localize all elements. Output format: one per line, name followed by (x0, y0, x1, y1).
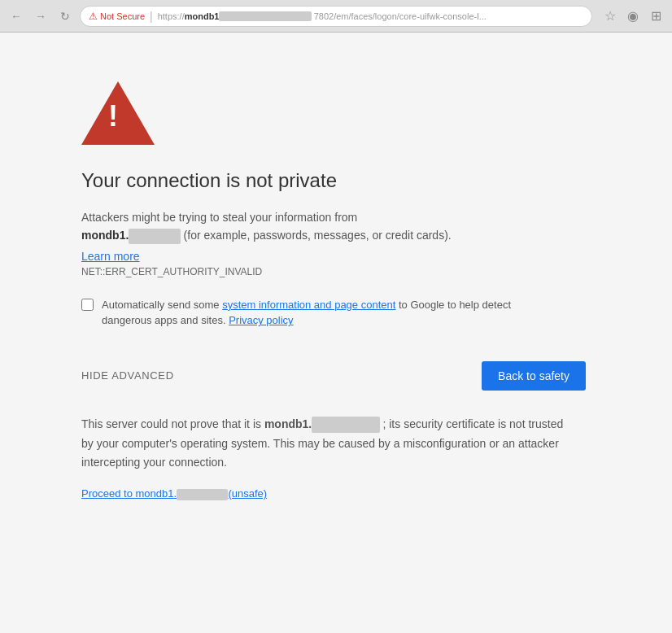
actions-row: HIDE ADVANCED Back to safety (81, 361, 586, 391)
security-badge: ⚠ Not Secure (89, 11, 145, 22)
security-label: Not Secure (100, 11, 145, 21)
url-text: https://mondb1██████████████ 7802/em/fac… (158, 11, 487, 21)
back-to-safety-button[interactable]: Back to safety (482, 361, 586, 391)
chrome-actions: ☆ ◉ ⊞ (600, 7, 665, 26)
domain-bold: mondb1. (81, 229, 129, 242)
system-info-link[interactable]: system information and page content (222, 299, 395, 311)
privacy-policy-link[interactable]: Privacy policy (229, 314, 293, 326)
forward-button[interactable]: → (31, 7, 50, 26)
back-icon: ← (11, 10, 22, 23)
profile-button[interactable]: ◉ (623, 7, 643, 26)
learn-more-link[interactable]: Learn more (81, 250, 672, 263)
forward-icon: → (35, 10, 46, 23)
advanced-domain-bold: mondb1. (264, 417, 312, 430)
url-path: 7802/em/faces/logon/core-uifwk-console-l… (314, 11, 487, 21)
bookmark-button[interactable]: ☆ (600, 7, 620, 26)
bookmark-icon: ☆ (604, 8, 616, 24)
reload-button[interactable]: ↻ (55, 7, 75, 26)
hide-advanced-button[interactable]: HIDE ADVANCED (81, 369, 174, 382)
url-domain: mondb1 (185, 11, 220, 21)
profile-icon: ◉ (627, 8, 639, 24)
proceed-blurred (177, 489, 228, 500)
checkbox-label: Automatically send some system informati… (102, 297, 537, 329)
proceed-paragraph: Proceed to mondb1. (unsafe) (81, 486, 569, 500)
address-bar[interactable]: ⚠ Not Secure | https://mondb1███████████… (80, 6, 592, 27)
send-info-checkbox[interactable] (81, 299, 94, 311)
proceed-link[interactable]: Proceed to mondb1. (unsafe) (81, 487, 267, 500)
reload-icon: ↻ (60, 10, 70, 23)
description-part1: Attackers might be trying to steal your … (81, 211, 357, 224)
back-button[interactable]: ← (7, 7, 26, 26)
checkbox-section: Automatically send some system informati… (81, 297, 537, 329)
advanced-section: This server could not prove that it is m… (81, 415, 569, 500)
description-text: Attackers might be trying to steal your … (81, 208, 569, 245)
proceed-suffix: (unsafe) (228, 487, 267, 500)
extensions-icon: ⊞ (651, 8, 661, 24)
address-divider: | (150, 10, 153, 23)
domain-blurred (129, 229, 180, 244)
checkbox-label-part1: Automatically send some (102, 299, 220, 311)
url-blurred: ██████████████ (219, 11, 311, 21)
error-code: NET::ERR_CERT_AUTHORITY_INVALID (81, 266, 672, 277)
description-part2: (for example, passwords, messages, or cr… (184, 229, 452, 242)
page-title: Your connection is not private (81, 169, 672, 192)
url-protocol: https:// (158, 11, 185, 21)
warning-triangle-icon (81, 81, 155, 145)
proceed-link-text: Proceed to mondb1. (81, 487, 177, 500)
extensions-button[interactable]: ⊞ (646, 7, 665, 26)
advanced-domain-blurred (312, 417, 379, 433)
advanced-text-part1: This server could not prove that it is (81, 417, 261, 430)
security-warning-icon: ⚠ (89, 11, 98, 22)
browser-chrome: ← → ↻ ⚠ Not Secure | https://mondb1█████… (0, 0, 672, 33)
page-content: Your connection is not private Attackers… (0, 33, 672, 633)
advanced-text: This server could not prove that it is m… (81, 415, 569, 473)
